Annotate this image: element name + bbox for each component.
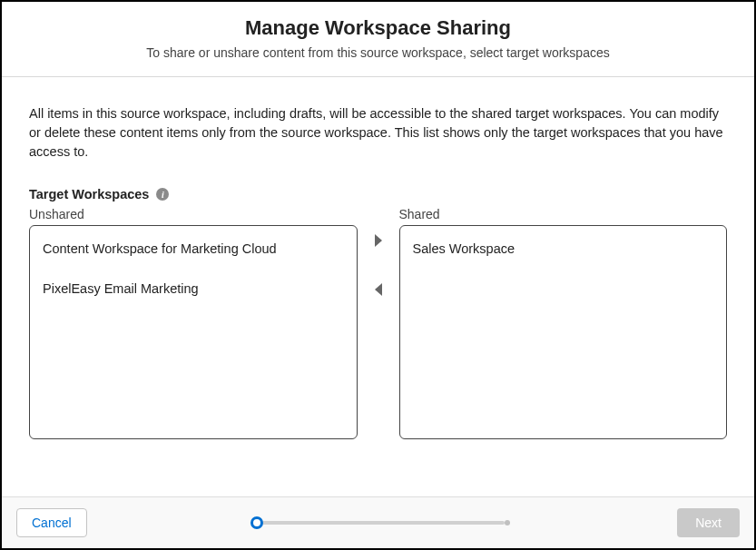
transfer-buttons bbox=[368, 207, 388, 439]
shared-column: Shared Sales Workspace bbox=[399, 207, 728, 439]
unshared-listbox[interactable]: Content Workspace for Marketing Cloud Pi… bbox=[29, 225, 358, 439]
unshared-column: Unshared Content Workspace for Marketing… bbox=[29, 207, 358, 439]
list-item[interactable]: PixelEasy Email Marketing bbox=[43, 277, 344, 317]
shared-listbox[interactable]: Sales Workspace bbox=[399, 225, 728, 439]
dialog-title: Manage Workspace Sharing bbox=[20, 16, 736, 40]
info-icon[interactable]: i bbox=[156, 188, 169, 201]
dialog-subtitle: To share or unshare content from this so… bbox=[20, 45, 736, 60]
dialog-header: Manage Workspace Sharing To share or uns… bbox=[2, 2, 754, 77]
section-label-row: Target Workspaces i bbox=[29, 187, 727, 201]
progress-step-current bbox=[250, 516, 263, 529]
list-item[interactable]: Content Workspace for Marketing Cloud bbox=[43, 237, 344, 277]
unshared-header: Unshared bbox=[29, 207, 358, 221]
description-text: All items in this source workspace, incl… bbox=[29, 104, 727, 162]
dialog-footer: Cancel Next bbox=[2, 496, 754, 548]
cancel-button[interactable]: Cancel bbox=[16, 508, 87, 537]
progress-indicator bbox=[87, 521, 678, 525]
shared-header: Shared bbox=[399, 207, 728, 221]
target-workspaces-label: Target Workspaces bbox=[29, 187, 149, 201]
progress-track bbox=[260, 521, 505, 525]
progress-step-next bbox=[505, 520, 510, 525]
move-left-button[interactable] bbox=[373, 283, 384, 296]
dialog-content: All items in this source workspace, incl… bbox=[2, 77, 754, 496]
chevron-left-icon bbox=[373, 283, 384, 296]
next-button[interactable]: Next bbox=[677, 508, 740, 537]
chevron-right-icon bbox=[373, 234, 384, 247]
list-item[interactable]: Sales Workspace bbox=[413, 237, 714, 277]
move-right-button[interactable] bbox=[373, 234, 384, 247]
dual-list-container: Unshared Content Workspace for Marketing… bbox=[29, 207, 727, 439]
